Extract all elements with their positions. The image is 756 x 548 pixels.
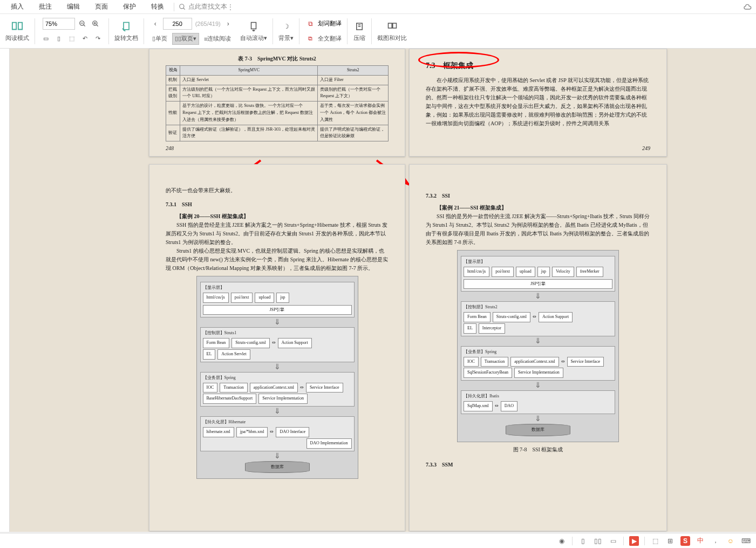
eye-icon[interactable]: ◉: [557, 536, 567, 546]
red-circle-annotation: [418, 52, 499, 68]
toolbar: 阅读模式 ▭ ▯ ⬚ ↶ ↷ 旋转文档 ‹ (265/419) › ▯单页 ▯▯…: [0, 14, 756, 49]
actual-size-icon[interactable]: ⬚: [66, 33, 77, 44]
rotate-left-icon[interactable]: ↶: [79, 33, 90, 44]
compress-button[interactable]: 压缩: [350, 19, 369, 43]
auto-scroll-button[interactable]: 自动滚动▾: [237, 19, 270, 43]
prev-page-icon[interactable]: ‹: [150, 18, 161, 29]
keyboard-icon[interactable]: ⌨: [741, 536, 751, 546]
ime-icon[interactable]: S: [680, 536, 690, 546]
page-248: 表 7-3 SpringMVC 对比 Struts2 视角SpringMVCSt…: [149, 49, 405, 157]
continuous-button[interactable]: ≡连续阅读: [201, 33, 234, 45]
compare-button[interactable]: 截图和对比: [374, 19, 410, 43]
page-input[interactable]: [163, 18, 192, 30]
svg-rect-10: [251, 23, 256, 29]
cloud-icon[interactable]: [742, 2, 753, 12]
play-icon[interactable]: ▶: [629, 536, 639, 546]
svg-line-1: [183, 8, 185, 9]
search-icon: [179, 3, 186, 11]
svg-rect-12: [388, 23, 392, 28]
double-page-button[interactable]: ▯▯双页▾: [172, 33, 199, 45]
menu-annotate[interactable]: 批注: [31, 2, 59, 11]
svg-line-4: [84, 24, 85, 26]
page-total: (265/419): [195, 21, 221, 27]
menu-bar: 插入 批注 编辑 页面 保护 转换 点此查找文本 ⋮: [0, 0, 756, 14]
svg-rect-9: [124, 23, 129, 30]
view-single-icon[interactable]: ▯: [578, 536, 588, 546]
emoji-icon[interactable]: ☺: [726, 536, 735, 546]
menu-insert[interactable]: 插入: [3, 2, 31, 11]
ssi-diagram: 【显示层】html/css/jspoi/itextuploadjspVeloci…: [457, 250, 619, 442]
zoom-select[interactable]: [43, 18, 75, 30]
full-translate-button[interactable]: 全文翻译: [318, 35, 342, 43]
menu-edit[interactable]: 编辑: [59, 2, 87, 11]
fit-page-icon[interactable]: ▯: [53, 33, 64, 44]
svg-point-0: [180, 4, 184, 8]
svg-line-8: [97, 24, 98, 26]
next-page-icon[interactable]: ›: [223, 18, 234, 29]
menu-protect[interactable]: 保护: [115, 2, 144, 11]
comparison-table: 视角SpringMVCStruts2 机制入口是 Servlet入口是 Filt…: [166, 65, 389, 141]
menu-convert[interactable]: 转换: [144, 2, 172, 11]
page-250: 的不统一也会带来巨大麻烦。 7.3.1 SSH 【案例 20——SSH 框架集成…: [149, 164, 405, 531]
sel-translate-button[interactable]: 划词翻译: [318, 19, 342, 28]
page-icon[interactable]: ⬚: [650, 536, 660, 546]
read-mode-button[interactable]: 阅读模式: [2, 19, 32, 43]
zoom-in-icon[interactable]: [90, 18, 101, 29]
search-box[interactable]: 点此查找文本 ⋮: [179, 2, 234, 11]
content-area: 表 7-3 SpringMVC 对比 Struts2 视角SpringMVCSt…: [0, 49, 756, 532]
punct-icon[interactable]: ，: [711, 536, 720, 546]
view-book-icon[interactable]: ▭: [608, 536, 618, 546]
svg-rect-13: [393, 23, 397, 28]
rotate-right-icon[interactable]: ↷: [92, 33, 103, 44]
rotate-doc-button[interactable]: 旋转文档: [111, 19, 141, 43]
status-bar: ◉ ▯ ▯▯ ▭ ▶ ⬚ ⊞ S 中 ， ☺ ⌨: [0, 533, 756, 548]
page-251: 7.3.2 SSI 【案例 21——SSI 框架集成】 SSI 指的是另外一款曾…: [409, 164, 667, 531]
ssh-diagram: 【显示层】html/css/jspoi/itextuploadjspJSP引擎 …: [196, 276, 358, 479]
sidebar-panel[interactable]: [0, 49, 10, 532]
ime-ch-icon[interactable]: 中: [696, 536, 705, 546]
fit-width-icon[interactable]: ▭: [40, 33, 51, 44]
view-double-icon[interactable]: ▯▯: [593, 536, 603, 546]
grid-icon[interactable]: ⊞: [665, 536, 675, 546]
single-page-button[interactable]: ▯单页: [149, 33, 170, 45]
background-button[interactable]: ☽ 背景▾: [275, 19, 297, 43]
zoom-out-icon[interactable]: [77, 18, 88, 29]
menu-page[interactable]: 页面: [87, 2, 115, 11]
